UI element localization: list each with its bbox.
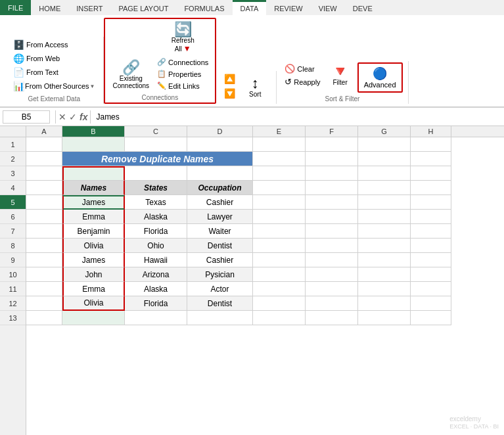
properties-button[interactable]: 📋 Properties — [154, 68, 211, 80]
cell-b2-title[interactable]: Remove Duplicate Names — [62, 152, 253, 166]
cell-g7[interactable] — [358, 224, 411, 239]
tab-deve[interactable]: DEVE — [345, 0, 380, 15]
cell-f10[interactable] — [306, 267, 358, 282]
cell-a13[interactable] — [26, 311, 62, 325]
cancel-formula-icon[interactable]: ✕ — [58, 112, 66, 122]
cell-h6[interactable] — [411, 210, 451, 224]
cell-c7-florida[interactable]: Florida — [125, 224, 187, 239]
existing-connections-button[interactable]: 🔗 ExistingConnections — [109, 58, 154, 91]
cell-a11[interactable] — [26, 282, 62, 296]
row-header-11[interactable]: 11 — [0, 282, 26, 296]
cell-g13[interactable] — [358, 311, 411, 325]
row-header-10[interactable]: 10 — [0, 267, 26, 282]
cell-e6[interactable] — [253, 210, 306, 224]
row-header-1[interactable]: 1 — [0, 137, 26, 152]
cell-a9[interactable] — [26, 253, 62, 267]
row-header-5[interactable]: 5 — [0, 195, 26, 210]
cell-g5[interactable] — [358, 195, 411, 210]
cell-g1[interactable] — [358, 137, 411, 152]
cell-h9[interactable] — [411, 253, 451, 267]
cell-c12-florida[interactable]: Florida — [125, 296, 187, 311]
col-header-a[interactable]: A — [26, 126, 62, 137]
tab-insert[interactable]: INSERT — [68, 0, 110, 15]
cell-c4-states[interactable]: States — [125, 181, 187, 195]
cell-h5[interactable] — [411, 195, 451, 210]
cell-b4-names[interactable]: Names — [62, 181, 125, 195]
col-header-c[interactable]: C — [125, 126, 187, 137]
col-header-f[interactable]: F — [306, 126, 358, 137]
sort-za-button[interactable]: 🔽 — [221, 87, 238, 100]
cell-d11-actor[interactable]: Actor — [187, 282, 253, 296]
cell-c9-hawaii[interactable]: Hawaii — [125, 253, 187, 267]
cell-g6[interactable] — [358, 210, 411, 224]
cell-f5[interactable] — [306, 195, 358, 210]
cell-c1[interactable] — [125, 137, 187, 152]
cell-e8[interactable] — [253, 239, 306, 253]
cell-g10[interactable] — [358, 267, 411, 282]
cell-b10-john[interactable]: John — [62, 267, 125, 282]
cell-b12-olivia[interactable]: Olivia — [62, 296, 125, 311]
formula-input[interactable] — [93, 111, 501, 123]
row-header-13[interactable]: 13 — [0, 311, 26, 325]
cell-b9-james[interactable]: James — [62, 253, 125, 267]
cell-d13[interactable] — [187, 311, 253, 325]
cell-h2[interactable] — [411, 152, 451, 166]
cell-e9[interactable] — [253, 253, 306, 267]
cell-g12[interactable] — [358, 296, 411, 311]
cell-h11[interactable] — [411, 282, 451, 296]
cell-b13[interactable] — [62, 311, 125, 325]
cell-a10[interactable] — [26, 267, 62, 282]
cell-g3[interactable] — [358, 166, 411, 181]
tab-page-layout[interactable]: PAGE LAYOUT — [110, 0, 176, 15]
tab-formulas[interactable]: FORMULAS — [176, 0, 232, 15]
cell-h4[interactable] — [411, 181, 451, 195]
cell-a4[interactable] — [26, 181, 62, 195]
sort-button[interactable]: ↕️ Sort — [239, 74, 271, 100]
cell-f11[interactable] — [306, 282, 358, 296]
advanced-button[interactable]: 🔵 Advanced — [357, 62, 403, 93]
tab-file[interactable]: FILE — [0, 0, 31, 15]
cell-d9-cashier[interactable]: Cashier — [187, 253, 253, 267]
from-web-button[interactable]: 🌐 From Web — [11, 52, 62, 65]
cell-h12[interactable] — [411, 296, 451, 311]
cell-d10-pysician[interactable]: Pysician — [187, 267, 253, 282]
cell-d3[interactable] — [187, 166, 253, 181]
name-box[interactable] — [3, 110, 50, 124]
col-header-d[interactable]: D — [187, 126, 253, 137]
cell-f8[interactable] — [306, 239, 358, 253]
cell-c6-alaska[interactable]: Alaska — [125, 210, 187, 224]
from-text-button[interactable]: 📄 From Text — [11, 66, 61, 79]
cell-e11[interactable] — [253, 282, 306, 296]
cell-e2[interactable] — [253, 152, 306, 166]
cell-h1[interactable] — [411, 137, 451, 152]
row-header-6[interactable]: 6 — [0, 210, 26, 224]
cell-e5[interactable] — [253, 195, 306, 210]
cell-g4[interactable] — [358, 181, 411, 195]
cell-b11-emma[interactable]: Emma — [62, 282, 125, 296]
row-header-4[interactable]: 4 — [0, 181, 26, 195]
cell-f9[interactable] — [306, 253, 358, 267]
filter-button[interactable]: 🔻 Filter — [325, 62, 356, 88]
connections-button[interactable]: 🔗 Connections — [154, 57, 211, 68]
cell-a8[interactable] — [26, 239, 62, 253]
cell-f4[interactable] — [306, 181, 358, 195]
cell-b3[interactable] — [62, 166, 125, 181]
cell-b7-benjamin[interactable]: Benjamin — [62, 224, 125, 239]
row-header-7[interactable]: 7 — [0, 224, 26, 239]
row-header-3[interactable]: 3 — [0, 166, 26, 181]
cell-f12[interactable] — [306, 296, 358, 311]
cell-d6-lawyer[interactable]: Lawyer — [187, 210, 253, 224]
cell-f6[interactable] — [306, 210, 358, 224]
cell-b1[interactable] — [62, 137, 125, 152]
cell-f3[interactable] — [306, 166, 358, 181]
cell-c3[interactable] — [125, 166, 187, 181]
col-header-b[interactable]: B — [62, 126, 125, 137]
col-header-g[interactable]: G — [358, 126, 411, 137]
cell-a7[interactable] — [26, 224, 62, 239]
row-header-12[interactable]: 12 — [0, 296, 26, 311]
tab-view[interactable]: VIEW — [311, 0, 345, 15]
reapply-button[interactable]: ↺ Reapply — [282, 76, 323, 88]
cell-d1[interactable] — [187, 137, 253, 152]
cell-h13[interactable] — [411, 311, 451, 325]
cell-d12-dentist[interactable]: Dentist — [187, 296, 253, 311]
